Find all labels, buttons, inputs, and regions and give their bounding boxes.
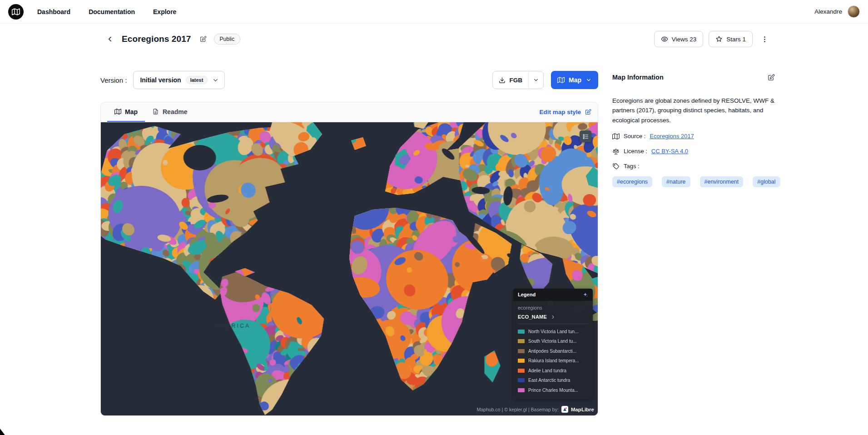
legend-item-label: North Victoria Land tun... — [528, 329, 578, 334]
pencil-square-icon — [199, 35, 207, 43]
license-link[interactable]: CC BY-SA 4.0 — [651, 148, 688, 155]
map-button-label: Map — [569, 76, 581, 84]
tabbar: Map Readme Edit map style — [101, 102, 598, 122]
views-label: Views 23 — [672, 36, 697, 43]
tags-row: Tags : — [612, 163, 775, 170]
download-options-button[interactable] — [529, 71, 543, 89]
chevron-down-icon — [212, 77, 219, 84]
user-avatar[interactable] — [848, 5, 860, 18]
scale-icon — [612, 148, 620, 155]
legend-item: East Antarctic tundra — [518, 375, 588, 385]
pencil-square-icon — [585, 109, 591, 115]
back-button[interactable] — [104, 33, 116, 45]
download-split-button: FGB — [492, 71, 544, 89]
legend-layer-name: ecoregions — [518, 305, 588, 310]
sidebar-head: Map Information — [612, 74, 775, 81]
legend-item-label: East Antarctic tundra — [528, 378, 570, 383]
tags-label: Tags : — [624, 163, 640, 170]
maphub-logo[interactable] — [8, 4, 24, 20]
maplibre-label[interactable]: MapLibre — [571, 407, 594, 412]
nav-documentation[interactable]: Documentation — [89, 8, 135, 15]
legend-item-label: Prince Charles Mounta... — [528, 388, 578, 393]
page-title: Ecoregions 2017 — [122, 34, 191, 44]
edit-info-button[interactable] — [767, 74, 775, 81]
legend-item: Antipodes Subantarcti... — [518, 346, 588, 356]
legend-field-row[interactable]: ECO_NAME — [518, 314, 588, 324]
nav-explore[interactable]: Explore — [153, 8, 176, 15]
sparkle-icon[interactable] — [582, 292, 588, 298]
version-selected-value: Initial version — [140, 76, 181, 84]
map-view-button[interactable]: Map — [551, 71, 598, 89]
tag-pill[interactable]: #environment — [700, 176, 744, 187]
top-navbar: Dashboard Documentation Explore Alexandr… — [0, 0, 868, 24]
source-label: Source : — [624, 133, 645, 140]
attribution-text: Maphub.co | © kepler.gl | Basemap by: — [477, 407, 559, 412]
edit-title-button[interactable] — [197, 33, 209, 45]
tab-map-label: Map — [125, 108, 138, 115]
map-view: Legend ecoregions ECO_NAME — [101, 122, 598, 415]
chevron-right-icon — [550, 314, 556, 320]
eye-icon — [661, 35, 668, 43]
license-label: License : — [624, 148, 647, 155]
page: Dashboard Documentation Explore Alexandr… — [0, 0, 868, 435]
legend-item: Rakiura Island tempera... — [518, 356, 588, 366]
download-fgb-button[interactable]: FGB — [493, 71, 529, 89]
legend-header: Legend — [513, 289, 593, 301]
nav-links: Dashboard Documentation Explore — [37, 8, 176, 15]
legend-item: North Victoria Land tun... — [518, 327, 588, 337]
legend-item-label: South Victoria Land tu... — [528, 339, 577, 344]
header-actions: Views 23 Stars 1 — [654, 31, 771, 47]
chevron-down-icon — [533, 77, 539, 83]
source-link[interactable]: Ecoregions 2017 — [650, 133, 694, 140]
legend-item-label: Rakiura Island tempera... — [528, 358, 579, 363]
download-icon — [499, 77, 506, 84]
nav-dashboard[interactable]: Dashboard — [37, 8, 70, 15]
edit-map-style-link[interactable]: Edit map style — [539, 102, 591, 122]
tab-readme-label: Readme — [163, 108, 187, 115]
download-format-label: FGB — [510, 77, 523, 84]
version-select[interactable]: Initial version latest — [133, 71, 225, 89]
tag-pill[interactable]: #nature — [662, 176, 690, 187]
legend-swatch — [518, 388, 525, 392]
version-label: Version : — [100, 76, 127, 84]
user-name: Alexandre — [814, 8, 842, 15]
version-actions: FGB Map — [492, 71, 599, 89]
tag-pill[interactable]: #global — [753, 176, 780, 187]
document-icon — [152, 108, 159, 115]
legend-toggle-button[interactable] — [580, 130, 591, 142]
more-menu-button[interactable] — [758, 33, 771, 45]
legend-item: Adelie Land tundra — [518, 366, 588, 376]
chevron-down-icon — [585, 77, 592, 83]
stars-label: Stars 1 — [726, 36, 746, 43]
source-row: Source : Ecoregions 2017 — [612, 133, 775, 140]
legend-item: South Victoria Land tu... — [518, 336, 588, 346]
tab-map[interactable]: Map — [107, 102, 145, 122]
views-button[interactable]: Views 23 — [654, 31, 704, 47]
tab-readme[interactable]: Readme — [145, 102, 194, 122]
map-card: Map Readme Edit map style — [100, 102, 598, 416]
star-icon — [715, 35, 723, 43]
map-logo-icon — [12, 8, 20, 16]
legend-item: Prince Charles Mounta... — [518, 385, 588, 395]
legend-swatch — [518, 359, 525, 363]
map-attribution: Maphub.co | © kepler.gl | Basemap by: Ma… — [477, 406, 594, 413]
tag-list: #ecoregions #nature #environment #global — [612, 176, 775, 187]
screen-corner-artifact — [0, 429, 6, 435]
legend-item-label: Antipodes Subantarcti... — [528, 349, 576, 354]
chevron-left-icon — [106, 35, 114, 43]
edit-map-style-label: Edit map style — [539, 109, 581, 115]
tag-pill[interactable]: #ecoregions — [612, 176, 652, 187]
tag-icon — [612, 163, 620, 170]
source-map-icon — [612, 133, 620, 140]
layers-list-icon — [582, 133, 589, 140]
legend-swatch — [518, 330, 525, 334]
kebab-icon — [761, 35, 769, 43]
legend-title: Legend — [518, 292, 536, 297]
stars-button[interactable]: Stars 1 — [709, 31, 753, 47]
map-legend: Legend ecoregions ECO_NAME — [513, 289, 593, 400]
legend-swatch — [518, 378, 525, 382]
legend-swatch — [518, 369, 525, 373]
version-row: Version : Initial version latest FGB — [100, 71, 598, 89]
map-icon — [114, 108, 121, 115]
legend-swatch — [518, 349, 525, 353]
